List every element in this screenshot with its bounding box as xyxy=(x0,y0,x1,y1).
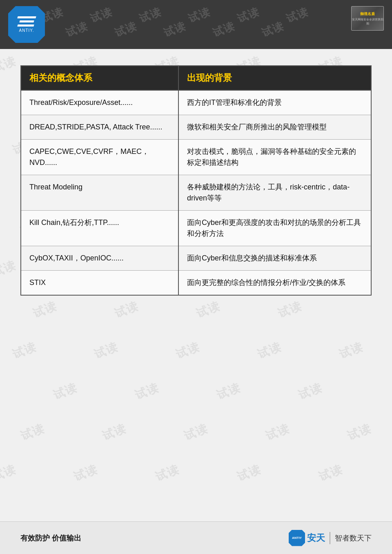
top-right-brand-name: 御境名盾 xyxy=(360,11,375,17)
table-cell-background: 西方的IT管理和标准化的背景 xyxy=(178,90,371,115)
col1-header: 相关的概念体系 xyxy=(21,66,178,90)
watermark: 试读 xyxy=(337,339,365,362)
table-row: STIX面向更完整的综合性的情报分析/作业/交换的体系 xyxy=(21,271,371,296)
col2-header: 出现的背景 xyxy=(178,66,371,90)
table-cell-concept: DREAD,STRIDE,PASTA, Attack Tree...... xyxy=(21,115,178,140)
watermark: 试读 xyxy=(182,421,210,444)
watermark: 试读 xyxy=(71,462,100,485)
header-watermarks: 试读 试读 试读 试读 试读 试读 试读 试读 试读 试读 试读 xyxy=(0,0,392,49)
watermark: 试读 xyxy=(211,19,237,40)
footer-brand-name: 安天 xyxy=(307,532,325,544)
table-cell-background: 面向Cyber和更高强度的攻击和对抗的场景的分析工具和分析方法 xyxy=(178,211,371,246)
table-cell-background: 对攻击模式，脆弱点，漏洞等各种基础的安全元素的标定和描述结构 xyxy=(178,140,371,175)
watermark: 试读 xyxy=(316,462,345,485)
watermark: 试读 xyxy=(255,339,283,362)
main-content: 相关的概念体系 出现的背景 Threat/Risk/Exposure/Asset… xyxy=(0,49,392,308)
watermark: 试读 xyxy=(100,421,128,444)
table-cell-concept: Threat Modeling xyxy=(21,175,178,211)
table-row: Kill Chain,钻石分析,TTP......面向Cyber和更高强度的攻击… xyxy=(21,211,371,246)
watermark: 试读 xyxy=(92,339,120,362)
watermark: 试读 xyxy=(137,4,164,26)
footer-brand-sub: 智者数天下 xyxy=(335,533,372,543)
watermark: 试读 xyxy=(296,380,324,403)
table-cell-concept: CAPEC,CWE,CVE,CVRF，MAEC，NVD...... xyxy=(21,140,178,175)
footer-icon-text: ANTIY xyxy=(292,536,302,540)
table-row: Threat Modeling各种威胁建模的方法论，工具，risk-centri… xyxy=(21,175,371,211)
footer-brand-main: 安天 xyxy=(307,533,325,543)
footer-logo: ANTIY 安天 智者数天下 xyxy=(289,530,372,546)
watermark: 试读 xyxy=(88,4,115,26)
footer-icon: ANTIY xyxy=(289,530,305,546)
table-cell-concept: STIX xyxy=(21,271,178,296)
watermark: 试读 xyxy=(260,19,286,40)
table-cell-background: 面向更完整的综合性的情报分析/作业/交换的体系 xyxy=(178,271,371,296)
watermark: 试读 xyxy=(214,380,243,403)
watermark: 试读 xyxy=(186,4,213,26)
watermark: 试读 xyxy=(133,380,161,403)
logo-line-2 xyxy=(19,20,34,22)
table-cell-concept: Kill Chain,钻石分析,TTP...... xyxy=(21,211,178,246)
header: 试读 试读 试读 试读 试读 试读 试读 试读 试读 试读 试读 ANTIY. … xyxy=(0,0,392,49)
watermark: 试读 xyxy=(51,380,79,403)
watermark: 试读 xyxy=(153,462,181,485)
table-row: Threat/Risk/Exposure/Asset......西方的IT管理和… xyxy=(21,90,371,115)
table-row: DREAD,STRIDE,PASTA, Attack Tree......微软和… xyxy=(21,115,371,140)
logo-text: ANTIY. xyxy=(19,28,34,33)
logo-line-3 xyxy=(17,24,34,27)
footer-left-text: 有效防护 价值输出 xyxy=(20,533,81,543)
table-cell-concept: Threat/Risk/Exposure/Asset...... xyxy=(21,90,178,115)
concepts-table: 相关的概念体系 出现的背景 Threat/Risk/Exposure/Asset… xyxy=(20,65,372,296)
watermark: 试读 xyxy=(10,339,38,362)
table-cell-background: 各种威胁建模的方法论，工具，risk-centric，data-driven等等 xyxy=(178,175,371,211)
watermark: 试读 xyxy=(162,19,188,40)
watermark: 试读 xyxy=(235,462,263,485)
watermark: 试读 xyxy=(235,4,262,26)
watermark: 试读 xyxy=(0,462,18,485)
footer-right: ANTIY 安天 智者数天下 xyxy=(289,530,372,546)
watermark: 试读 xyxy=(174,339,202,362)
watermark: 试读 xyxy=(263,421,292,444)
top-right-sub-text: 安天网络安全全训营第四期 xyxy=(352,18,383,26)
table-row: CybOX,TAXII，OpenIOC......面向Cyber和信息交换的描述… xyxy=(21,246,371,271)
logo: ANTIY. xyxy=(8,6,45,43)
watermark: 试读 xyxy=(64,19,90,40)
table-cell-background: 面向Cyber和信息交换的描述和标准体系 xyxy=(178,246,371,271)
watermark: 试读 xyxy=(113,19,139,40)
watermark: 试读 xyxy=(284,4,311,26)
table-row: CAPEC,CWE,CVE,CVRF，MAEC，NVD......对攻击模式，脆… xyxy=(21,140,371,175)
logo-line-1 xyxy=(17,16,36,18)
footer: 有效防护 价值输出 ANTIY 安天 智者数天下 xyxy=(0,521,392,554)
watermark: 试读 xyxy=(18,421,47,444)
logo-lines xyxy=(18,16,36,27)
top-right-brand-img: 御境名盾 安天网络安全全训营第四期 xyxy=(351,6,384,31)
footer-divider xyxy=(330,532,330,544)
watermark: 试读 xyxy=(345,421,373,444)
table-cell-concept: CybOX,TAXII，OpenIOC...... xyxy=(21,246,178,271)
top-right-logo: 御境名盾 安天网络安全全训营第四期 xyxy=(351,6,384,31)
table-cell-background: 微软和相关安全厂商所推出的风险管理模型 xyxy=(178,115,371,140)
